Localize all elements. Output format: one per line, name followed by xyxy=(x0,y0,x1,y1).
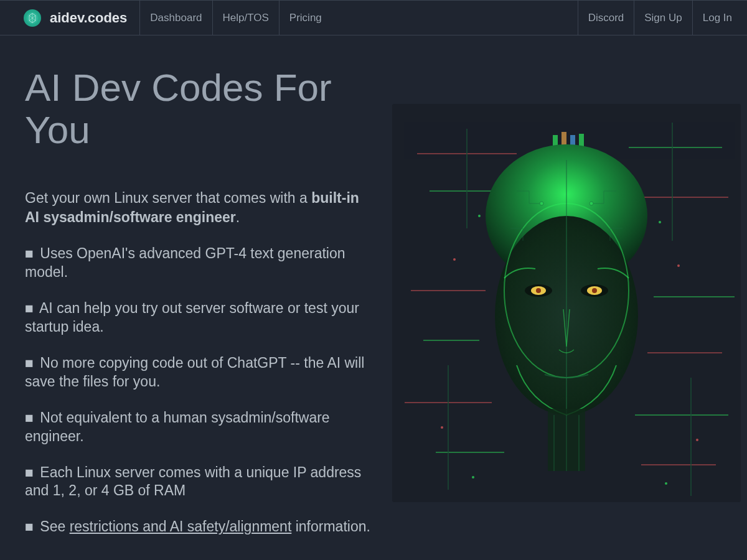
logo-icon xyxy=(24,9,41,27)
bullet-text: Uses OpenAI's advanced GPT-4 text genera… xyxy=(25,245,345,280)
svg-point-38 xyxy=(453,258,456,261)
nav-dashboard[interactable]: Dashboard xyxy=(139,1,212,35)
bullet-item: ■ Not equivalent to a human sysadmin/sof… xyxy=(25,409,374,446)
svg-point-39 xyxy=(677,264,680,267)
bullet-text-prefix: See xyxy=(40,518,69,534)
bullet-item: ■ See restrictions and AI safety/alignme… xyxy=(25,518,374,536)
bullet-mark-icon: ■ xyxy=(25,409,34,427)
navbar: aidev.codes Dashboard Help/TOS Pricing D… xyxy=(0,0,747,35)
bullet-text: No more copying code out of ChatGPT -- t… xyxy=(25,355,364,390)
bullet-item: ■ AI can help you try out server softwar… xyxy=(25,299,374,337)
safety-link[interactable]: restrictions and AI safety/alignment xyxy=(70,518,292,534)
nav-sign-up[interactable]: Sign Up xyxy=(634,1,692,35)
brand[interactable]: aidev.codes xyxy=(0,9,139,27)
nav-links-left: Dashboard Help/TOS Pricing xyxy=(139,1,331,35)
right-column xyxy=(392,67,741,554)
bullet-item: ■ Uses OpenAI's advanced GPT-4 text gene… xyxy=(25,245,374,282)
bullet-item: ■ Each Linux server comes with a unique … xyxy=(25,464,374,501)
bullet-mark-icon: ■ xyxy=(25,518,34,536)
intro-prefix: Get your own Linux server that comes wit… xyxy=(25,190,311,206)
svg-point-31 xyxy=(592,288,597,293)
bullet-mark-icon: ■ xyxy=(25,299,34,318)
nav-log-in[interactable]: Log In xyxy=(692,1,747,35)
nav-links-right: Discord Sign Up Log In xyxy=(578,1,747,35)
svg-point-44 xyxy=(472,476,474,478)
svg-point-37 xyxy=(590,202,593,205)
nav-discord[interactable]: Discord xyxy=(578,1,634,35)
content: AI Dev Codes For You Get your own Linux … xyxy=(0,35,747,560)
bullet-mark-icon: ■ xyxy=(25,245,34,263)
nav-help-tos[interactable]: Help/TOS xyxy=(212,1,279,35)
bullet-text: AI can help you try out server software … xyxy=(25,300,359,335)
nav-pricing[interactable]: Pricing xyxy=(279,1,332,35)
svg-point-42 xyxy=(478,215,481,217)
svg-point-41 xyxy=(696,439,698,441)
bullet-mark-icon: ■ xyxy=(25,464,34,482)
bullet-text: Not equivalent to a human sysadmin/softw… xyxy=(25,409,330,444)
bullet-item: ■ No more copying code out of ChatGPT --… xyxy=(25,354,374,391)
hero-image xyxy=(392,104,741,502)
page-title: AI Dev Codes For You xyxy=(25,67,374,151)
bullet-mark-icon: ■ xyxy=(25,354,34,373)
svg-point-45 xyxy=(665,482,667,485)
svg-point-36 xyxy=(540,202,543,205)
intro-text: Get your own Linux server that comes wit… xyxy=(25,189,374,227)
intro-suffix: . xyxy=(236,209,240,225)
left-column: AI Dev Codes For You Get your own Linux … xyxy=(25,67,374,554)
brand-name: aidev.codes xyxy=(50,10,127,26)
svg-point-30 xyxy=(536,288,541,293)
bullet-text-suffix: information. xyxy=(291,518,370,534)
svg-point-43 xyxy=(659,221,661,223)
svg-point-40 xyxy=(441,426,443,429)
bullet-text: Each Linux server comes with a unique IP… xyxy=(25,464,361,499)
